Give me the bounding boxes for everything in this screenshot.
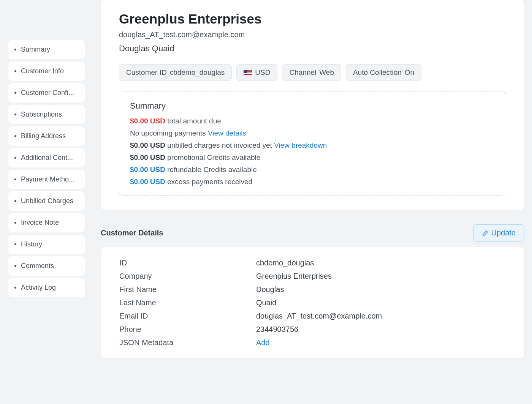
sidebar-item-label: Additional Cont...	[21, 154, 73, 162]
sidebar-item-label: Activity Log	[21, 284, 56, 292]
summary-upcoming: No upcoming payments View details	[130, 129, 495, 137]
chip-currency[interactable]: USD	[236, 64, 277, 81]
customer-email: douglas_AT_test.com@example.com	[119, 30, 506, 39]
sidebar-item-label: History	[21, 240, 42, 248]
bullet-icon	[14, 135, 16, 137]
detail-row-last-name: Last Name Quaid	[119, 298, 506, 307]
amount: $0.00 USD	[130, 178, 165, 186]
chip-value: Web	[319, 68, 334, 77]
sidebar-item-customer-info[interactable]: Customer Info	[8, 62, 85, 81]
summary-refundable: $0.00 USD refundable Credits available	[130, 166, 495, 174]
summary-excess: $0.00 USD excess payments received	[130, 178, 495, 186]
amount: $0.00 USD	[130, 153, 165, 161]
chips-row: Customer ID cbdemo_douglas USD Channel W…	[119, 64, 506, 81]
chip-label: Customer ID	[126, 68, 167, 77]
summary-promotional: $0.00 USD promotional Credits available	[130, 153, 495, 162]
update-label: Update	[491, 229, 516, 237]
detail-value: Douglas	[256, 285, 284, 294]
bullet-icon	[14, 92, 16, 94]
details-header: Customer Details Update	[101, 224, 524, 241]
summary-title: Summary	[130, 101, 495, 111]
company-name: Greenplus Enterprises	[119, 11, 506, 27]
chip-value: cbdemo_douglas	[170, 68, 225, 77]
add-metadata-link[interactable]: Add	[256, 338, 270, 347]
sidebar-item-label: Unbilled Charges	[21, 197, 73, 205]
sidebar-item-invoice-note[interactable]: Invoice Note	[8, 213, 85, 232]
chip-value: USD	[255, 68, 270, 77]
label: promotional Credits available	[167, 153, 260, 161]
detail-value: Greenplus Enterprises	[256, 272, 332, 281]
sidebar-item-label: Billing Address	[21, 132, 66, 140]
detail-label: First Name	[119, 285, 256, 294]
bullet-icon	[14, 178, 16, 180]
chip-label: Channel	[289, 68, 316, 77]
bullet-icon	[14, 243, 16, 245]
sidebar-item-history[interactable]: History	[8, 235, 85, 254]
view-breakdown-link[interactable]: View breakdown	[274, 141, 327, 149]
sidebar-item-additional-contacts[interactable]: Additional Cont...	[8, 148, 85, 167]
detail-row-email: Email ID douglas_AT_test.com@example.com	[119, 312, 506, 320]
sidebar-item-activity-log[interactable]: Activity Log	[8, 278, 85, 297]
chip-auto-collection[interactable]: Auto Collection On	[346, 64, 421, 81]
bullet-icon	[14, 114, 16, 115]
label: excess payments received	[167, 178, 252, 186]
details-section-title: Customer Details	[101, 229, 163, 237]
amount: $0.00 USD	[130, 166, 165, 174]
detail-value: Quaid	[256, 298, 276, 307]
customer-header-card: Greenplus Enterprises douglas_AT_test.co…	[101, 0, 524, 210]
summary-box: Summary $0.00 USD total amount due No up…	[119, 92, 506, 196]
detail-value: 2344903756	[256, 325, 298, 334]
sidebar-item-label: Payment Metho...	[21, 175, 74, 183]
sidebar-item-billing-address[interactable]: Billing Address	[8, 126, 85, 146]
amount: $0.00 USD	[130, 117, 165, 125]
detail-label: Phone	[119, 325, 256, 334]
detail-row-phone: Phone 2344903756	[119, 325, 506, 334]
pencil-icon	[482, 230, 488, 236]
detail-label: Last Name	[119, 298, 256, 307]
detail-label: Company	[119, 272, 256, 281]
sidebar: Summary Customer Info Customer Confi... …	[0, 0, 93, 404]
sidebar-item-subscriptions[interactable]: Subscriptions	[8, 105, 85, 124]
chip-customer-id[interactable]: Customer ID cbdemo_douglas	[119, 64, 232, 81]
text: No upcoming payments	[130, 129, 206, 137]
sidebar-item-customer-config[interactable]: Customer Confi...	[8, 83, 85, 103]
detail-value: douglas_AT_test.com@example.com	[256, 312, 382, 320]
bullet-icon	[14, 287, 16, 289]
sidebar-item-payment-methods[interactable]: Payment Metho...	[8, 170, 85, 189]
sidebar-item-label: Summary	[21, 46, 50, 54]
detail-label: Email ID	[119, 312, 256, 320]
sidebar-item-summary[interactable]: Summary	[8, 40, 85, 59]
summary-unbilled: $0.00 USD unbilled charges not invoiced …	[130, 141, 495, 150]
sidebar-item-label: Comments	[21, 262, 54, 270]
detail-row-json-metadata: JSON Metadata Add	[119, 338, 506, 347]
bullet-icon	[14, 265, 16, 267]
sidebar-item-label: Invoice Note	[21, 219, 59, 227]
update-button[interactable]: Update	[473, 224, 525, 241]
detail-label: JSON Metadata	[119, 338, 256, 347]
bullet-icon	[14, 49, 16, 50]
bullet-icon	[14, 222, 16, 224]
detail-value: cbdemo_douglas	[256, 259, 314, 267]
sidebar-item-unbilled-charges[interactable]: Unbilled Charges	[8, 191, 85, 211]
main-content: Greenplus Enterprises douglas_AT_test.co…	[93, 0, 532, 404]
sidebar-item-label: Customer Info	[21, 67, 64, 75]
sidebar-item-label: Subscriptions	[21, 110, 62, 118]
detail-row-company: Company Greenplus Enterprises	[119, 272, 506, 281]
label: unbilled charges not invoiced yet	[167, 141, 272, 149]
chip-channel[interactable]: Channel Web	[282, 64, 341, 81]
bullet-icon	[14, 200, 16, 202]
customer-details-card: ID cbdemo_douglas Company Greenplus Ente…	[101, 247, 524, 359]
detail-row-id: ID cbdemo_douglas	[119, 259, 506, 267]
sidebar-item-label: Customer Confi...	[21, 89, 74, 97]
label: refundable Credits available	[167, 166, 257, 174]
sidebar-item-comments[interactable]: Comments	[8, 256, 85, 276]
chip-value: On	[405, 68, 414, 77]
bullet-icon	[14, 70, 16, 72]
detail-label: ID	[119, 259, 256, 267]
bullet-icon	[14, 157, 16, 159]
us-flag-icon	[244, 70, 252, 76]
label: total amount due	[167, 117, 221, 125]
summary-total-due: $0.00 USD total amount due	[130, 117, 495, 125]
detail-row-first-name: First Name Douglas	[119, 285, 506, 294]
view-details-link[interactable]: View details	[208, 129, 246, 137]
